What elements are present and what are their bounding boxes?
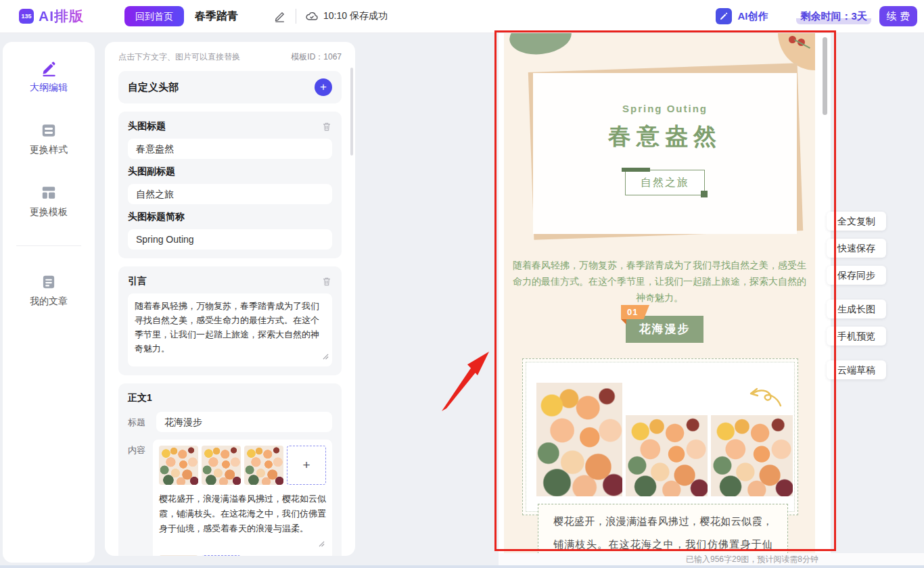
save-status: 10:10 保存成功 bbox=[305, 9, 388, 23]
hand-drawn-arrow-icon bbox=[747, 387, 785, 411]
left-sidebar: 大纲编辑 更换样式 更换模板 我的文章 bbox=[3, 42, 95, 563]
article-preview: Spring Outing 春意盎然 自然之旅 随着春风轻拂，万物复苏，春季踏青… bbox=[504, 32, 815, 553]
form-scrollbar[interactable] bbox=[350, 68, 353, 156]
delete-head-title-icon[interactable] bbox=[321, 121, 332, 132]
ribbon-fold bbox=[621, 319, 626, 325]
word-count-status: 已输入956字29图，预计阅读需8分钟 bbox=[499, 553, 924, 565]
flower-image-large bbox=[536, 383, 622, 496]
preview-scrollbar[interactable] bbox=[823, 37, 827, 115]
intro-section: 引言 随着春风轻拂，万物复苏，春季踏青成为了我们寻找自然之美，感受生命力的最佳方… bbox=[118, 266, 342, 375]
add-image-button[interactable]: + bbox=[202, 555, 241, 556]
head-title-label: 头图标题 bbox=[128, 120, 166, 133]
body1-title-label: 标题 bbox=[128, 412, 156, 432]
sidebar-item-outline-edit[interactable]: 大纲编辑 bbox=[30, 60, 68, 94]
flower-thumbnail[interactable] bbox=[159, 446, 198, 485]
custom-header-section: 自定义头部 + bbox=[118, 71, 342, 103]
delete-intro-icon[interactable] bbox=[321, 276, 332, 287]
sidebar-label-my-articles: 我的文章 bbox=[30, 295, 68, 308]
preview-subtitle-box: 自然之旅 bbox=[625, 170, 705, 195]
logo-title: AI排版 bbox=[39, 7, 84, 26]
body1-title-input[interactable]: 花海漫步 bbox=[156, 412, 332, 432]
ai-create-label: AI创作 bbox=[737, 10, 768, 23]
annotation-arrow-icon bbox=[436, 344, 497, 417]
intro-textarea[interactable]: 随着春风轻拂，万物复苏，春季踏青成为了我们寻找自然之美，感受生命力的最佳方式。在… bbox=[128, 293, 332, 366]
decor-green-blob bbox=[507, 32, 574, 57]
add-image-button[interactable]: + bbox=[287, 446, 326, 485]
resize-handle-icon[interactable] bbox=[319, 538, 325, 550]
body1-content-editor: + 樱花盛开，浪漫满溢春风拂过，樱花如云似霞，铺满枝头。在这花海之中，我们仿佛置… bbox=[153, 440, 332, 556]
sidebar-label-change-style: 更换样式 bbox=[30, 144, 68, 156]
preview-section-header: 花海漫步 01 bbox=[626, 316, 703, 343]
copy-full-text-button[interactable]: 全文复制 bbox=[827, 212, 886, 231]
phone-preview-button[interactable]: 手机预览 bbox=[827, 327, 886, 346]
head-short-input[interactable]: Spring Outing bbox=[128, 229, 332, 250]
body1-section: 正文1 标题 花海漫步 内容 + 樱花盛开，浪漫满溢春风拂过，樱花如云似霞，铺满… bbox=[118, 383, 342, 556]
header-divider bbox=[296, 9, 296, 24]
bottom-edge-strip bbox=[0, 565, 924, 568]
add-header-button[interactable]: + bbox=[315, 78, 332, 96]
template-layout-icon bbox=[40, 184, 57, 202]
flower-thumbnail[interactable] bbox=[244, 446, 283, 485]
document-title: 春季踏青 bbox=[195, 9, 238, 24]
head-short-label: 头图标题简称 bbox=[128, 211, 185, 223]
panel-hint-row: 点击下方文字、图片可以直接替换 模板ID：1067 bbox=[118, 51, 342, 63]
replace-hint-text: 点击下方文字、图片可以直接替换 bbox=[118, 51, 240, 63]
sidebar-divider bbox=[16, 245, 81, 246]
resize-handle-icon[interactable] bbox=[323, 350, 329, 364]
preview-intro-text: 随着春风轻拂，万物复苏，春季踏青成为了我们寻找自然之美，感受生命力的最佳方式。在… bbox=[511, 257, 808, 306]
head-subtitle-input[interactable]: 自然之旅 bbox=[128, 184, 332, 204]
sidebar-item-my-articles[interactable]: 我的文章 bbox=[30, 273, 68, 308]
preview-eyebrow: Spring Outing bbox=[533, 103, 797, 114]
custom-header-title: 自定义头部 bbox=[128, 81, 179, 94]
pencil-icon bbox=[40, 60, 57, 77]
sidebar-item-change-style[interactable]: 更换样式 bbox=[30, 122, 68, 156]
header-right-group: AI创作 剩余时间：3天 续 费 bbox=[716, 6, 917, 26]
flower-image-small bbox=[711, 415, 793, 496]
template-id: 模板ID：1067 bbox=[291, 51, 342, 63]
style-panels-icon bbox=[40, 122, 57, 139]
ai-create-button[interactable]: AI创作 bbox=[716, 8, 768, 24]
cloud-draft-button[interactable]: 云端草稿 bbox=[827, 360, 886, 379]
outline-edit-panel: 点击下方文字、图片可以直接替换 模板ID：1067 自定义头部 + 头图标题 春… bbox=[105, 42, 355, 556]
quick-save-button[interactable]: 快速保存 bbox=[827, 239, 886, 258]
head-subtitle-label: 头图副标题 bbox=[128, 166, 175, 178]
section-number-ribbon: 01 bbox=[621, 305, 649, 319]
intro-label: 引言 bbox=[128, 275, 147, 287]
preview-title: 春意盎然 bbox=[533, 121, 797, 152]
generate-long-image-button[interactable]: 生成长图 bbox=[827, 300, 886, 318]
cloud-check-icon bbox=[305, 9, 319, 23]
top-header: 135 AI排版 回到首页 春季踏青 10:10 保存成功 AI创作 剩余时间：… bbox=[0, 0, 924, 32]
preview-image-gallery bbox=[522, 358, 798, 515]
head-title-input[interactable]: 春意盎然 bbox=[128, 139, 332, 159]
preview-pane[interactable]: Spring Outing 春意盎然 自然之旅 随着春风轻拂，万物复苏，春季踏青… bbox=[499, 32, 831, 553]
article-doc-icon bbox=[40, 273, 57, 291]
ai-pencil-icon bbox=[716, 8, 732, 24]
app-window: 135 AI排版 回到首页 春季踏青 10:10 保存成功 AI创作 剩余时间：… bbox=[0, 0, 924, 568]
body1-label: 正文1 bbox=[128, 392, 152, 404]
body1-content-label: 内容 bbox=[128, 440, 153, 556]
renew-button[interactable]: 续 费 bbox=[879, 6, 917, 26]
save-status-text: 10:10 保存成功 bbox=[323, 10, 388, 22]
header-card: Spring Outing 春意盎然 自然之旅 bbox=[533, 73, 797, 234]
flower-thumbnail[interactable] bbox=[202, 446, 241, 485]
body1-content-textarea[interactable]: 樱花盛开，浪漫满溢春风拂过，樱花如云似霞，铺满枝头。在这花海之中，我们仿佛置身于… bbox=[159, 492, 326, 536]
time-remaining-badge: 剩余时间：3天 bbox=[796, 9, 871, 24]
save-sync-button[interactable]: 保存同步 bbox=[827, 266, 886, 285]
back-home-button[interactable]: 回到首页 bbox=[124, 6, 184, 26]
flower-thumbnail[interactable] bbox=[159, 555, 198, 556]
app-logo: 135 AI排版 bbox=[19, 7, 84, 26]
preview-body-text: 樱花盛开，浪漫满溢春风拂过，樱花如云似霞，铺满枝头。在这花海之中，我们仿佛置身于… bbox=[538, 504, 788, 553]
sidebar-label-change-template: 更换模板 bbox=[30, 206, 68, 218]
logo-135-icon: 135 bbox=[19, 9, 34, 24]
head-fields-section: 头图标题 春意盎然 头图副标题 自然之旅 头图标题简称 Spring Outin… bbox=[118, 112, 342, 258]
sidebar-item-change-template[interactable]: 更换模板 bbox=[30, 184, 68, 218]
flower-image-small bbox=[626, 415, 708, 496]
rename-pencil-icon[interactable] bbox=[273, 9, 287, 23]
sidebar-label-outline-edit: 大纲编辑 bbox=[30, 82, 68, 94]
